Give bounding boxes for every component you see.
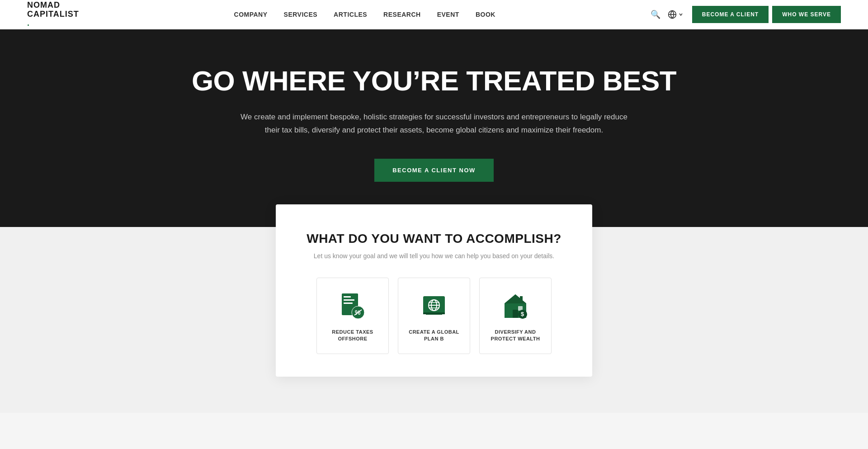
svg-rect-19 xyxy=(513,310,518,318)
accomplish-options: % REDUCE TAXES OFFSHORE CREATE A GLO xyxy=(303,278,565,354)
svg-rect-16 xyxy=(423,312,445,314)
logo-line2: CAPITALIST. xyxy=(27,10,79,28)
nav-item-articles[interactable]: ARTICLES xyxy=(334,11,367,18)
who-we-serve-button[interactable]: WHO WE SERVE xyxy=(772,6,841,23)
globe-icon xyxy=(668,10,677,19)
option-reduce-taxes-label: REDUCE TAXES OFFSHORE xyxy=(324,329,381,343)
globe-language-selector[interactable] xyxy=(668,10,683,19)
nav-item-event[interactable]: EVENT xyxy=(437,11,459,18)
nav-item-company[interactable]: COMPANY xyxy=(234,11,268,18)
option-diversify-label: DIVERSIFY AND PROTECT WEALTH xyxy=(487,329,544,343)
svg-text:$: $ xyxy=(521,311,524,317)
become-client-button[interactable]: BECOME A CLIENT xyxy=(692,6,769,23)
hero-cta-button[interactable]: BECOME A CLIENT NOW xyxy=(374,159,494,182)
header-buttons: BECOME A CLIENT WHO WE SERVE xyxy=(692,6,841,23)
hero-title: GO WHERE YOU’RE TREATED BEST xyxy=(192,66,676,96)
option-diversify[interactable]: $ DIVERSIFY AND PROTECT WEALTH xyxy=(479,278,552,354)
chevron-down-icon xyxy=(679,12,683,17)
svg-rect-23 xyxy=(520,296,523,302)
nav-item-research[interactable]: RESEARCH xyxy=(383,11,421,18)
accomplish-card: WHAT DO YOU WANT TO ACCOMPLISH? Let us k… xyxy=(276,204,592,377)
header: NOMAD CAPITALIST. COMPANY SERVICES ARTIC… xyxy=(0,0,868,29)
accomplish-section: WHAT DO YOU WANT TO ACCOMPLISH? Let us k… xyxy=(0,227,868,413)
option-reduce-taxes[interactable]: % REDUCE TAXES OFFSHORE xyxy=(316,278,389,354)
nav-item-services[interactable]: SERVICES xyxy=(284,11,318,18)
search-icon[interactable]: 🔍 xyxy=(651,9,660,19)
option-global-plan-label: CREATE A GLOBAL PLAN B xyxy=(406,329,462,343)
svg-marker-18 xyxy=(505,294,526,303)
nav-item-book[interactable]: BOOK xyxy=(476,11,495,18)
hero-section: GO WHERE YOU’RE TREATED BEST We create a… xyxy=(0,29,868,227)
global-plan-icon xyxy=(420,292,448,321)
svg-rect-4 xyxy=(344,299,354,301)
main-nav: COMPANY SERVICES ARTICLES RESEARCH EVENT… xyxy=(79,11,651,18)
logo-dot: . xyxy=(27,19,79,28)
reduce-taxes-icon: % xyxy=(338,292,367,321)
accomplish-subtitle: Let us know your goal and we will tell y… xyxy=(303,252,565,260)
logo[interactable]: NOMAD CAPITALIST. xyxy=(27,1,79,28)
option-global-plan[interactable]: CREATE A GLOBAL PLAN B xyxy=(398,278,470,354)
svg-rect-3 xyxy=(344,296,351,298)
accomplish-title: WHAT DO YOU WANT TO ACCOMPLISH? xyxy=(303,232,565,246)
nav-icons: 🔍 xyxy=(651,9,683,19)
svg-rect-5 xyxy=(344,302,353,304)
diversify-icon: $ xyxy=(501,292,530,321)
logo-line1: NOMAD xyxy=(27,1,79,10)
hero-subtitle: We create and implement bespoke, holisti… xyxy=(235,111,633,137)
